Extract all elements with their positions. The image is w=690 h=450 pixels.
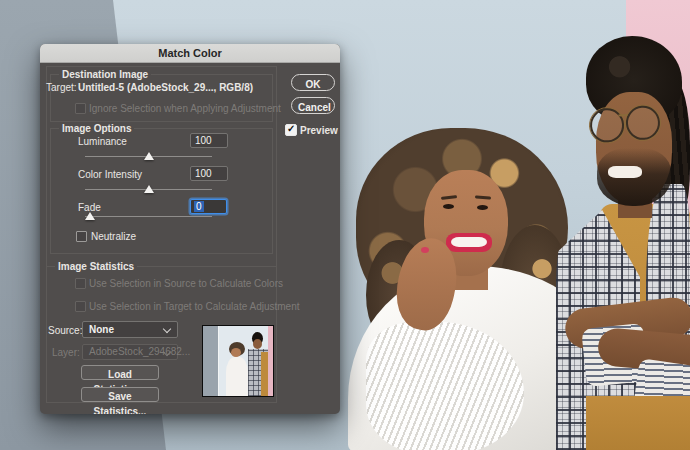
photo-woman-teeth [451,237,487,247]
neutralize-label: Neutralize [91,231,136,242]
photo-woman-eye-left [443,204,454,209]
thumb-man-face [253,339,262,349]
photo-man-teeth [608,166,642,178]
use-target-checkbox [75,301,86,312]
photo-man-pants [586,396,690,450]
fade-slider-thumb[interactable] [85,212,95,220]
glasses-lens-right-icon [625,105,661,141]
photoshop-canvas: Match Color Destination Image Target: Un… [0,0,690,450]
cancel-button[interactable]: Cancel [291,97,335,114]
luminance-slider[interactable] [85,156,212,157]
ignore-selection-checkbox [75,103,86,114]
layer-label: Layer: [52,347,80,358]
use-source-label: Use Selection in Source to Calculate Col… [89,278,283,289]
color-intensity-input[interactable]: 100 [190,166,228,181]
target-label: Target: [46,82,77,93]
photo-woman-eye-right [477,205,488,210]
image-statistics-group-label: Image Statistics [55,261,137,272]
fade-input-selected-text: 0 [194,201,204,212]
target-value: Untitled-5 (AdobeStock_29..., RGB/8) [78,82,253,93]
thumb-woman-face [231,348,241,357]
thumb-wall-gray [203,326,219,396]
source-thumbnail [202,325,274,397]
save-statistics-button[interactable]: Save Statistics... [81,387,159,402]
glasses-lens-left-icon [589,107,625,143]
thumb-man-shirt [261,352,268,396]
color-intensity-slider[interactable] [85,189,212,190]
layer-dropdown-value: AdobeStock_294682... [89,346,190,357]
luminance-slider-thumb[interactable] [144,152,154,160]
source-label: Source: [48,325,82,336]
chevron-down-icon [163,325,171,333]
source-dropdown[interactable]: None [82,321,178,338]
use-source-checkbox [75,278,86,289]
photo-woman-nail [421,247,429,253]
dialog-titlebar[interactable]: Match Color [40,44,340,63]
luminance-input[interactable]: 100 [190,133,228,148]
fade-slider[interactable] [85,216,212,217]
ok-button[interactable]: OK [291,74,335,91]
layer-dropdown: AdobeStock_294682... [82,344,178,360]
photo-man-glasses [588,101,665,146]
ignore-selection-label: Ignore Selection when Applying Adjustmen… [89,103,281,114]
match-color-dialog: Match Color Destination Image Target: Un… [40,44,340,414]
thumb-woman-blouse [226,357,248,396]
use-target-label: Use Selection in Target to Calculate Adj… [89,301,300,312]
preview-label: Preview [300,125,338,136]
color-intensity-label: Color Intensity [78,169,142,180]
neutralize-checkbox[interactable] [76,231,87,242]
load-statistics-button[interactable]: Load Statistics... [81,365,159,380]
image-options-group-label: Image Options [59,123,134,134]
destination-image-group-label: Destination Image [59,69,151,80]
source-dropdown-value: None [89,324,114,335]
preview-checkbox[interactable] [285,124,297,136]
thumb-wall-pink [268,326,273,396]
luminance-label: Luminance [78,136,127,147]
fade-input[interactable]: 0 [190,199,227,214]
color-intensity-slider-thumb[interactable] [144,185,154,193]
